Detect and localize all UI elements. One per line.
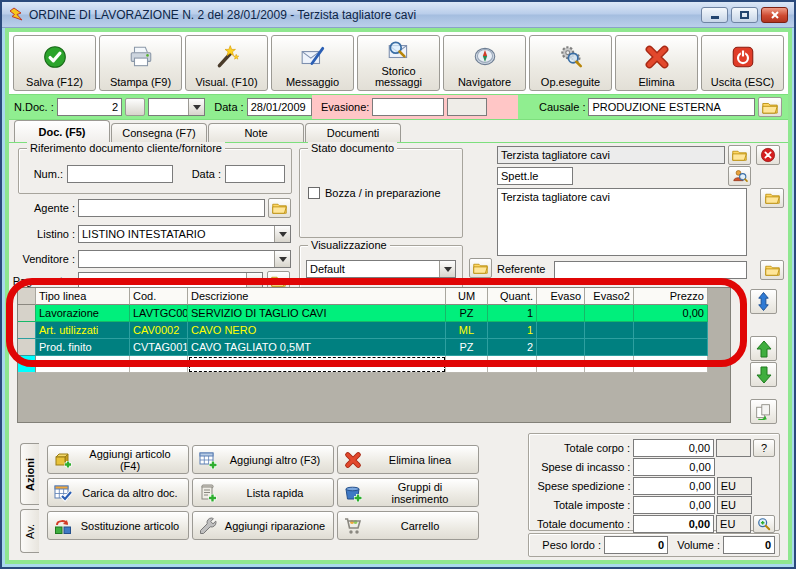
salutation-input[interactable]: Spett.le — [497, 167, 573, 185]
tab-documenti[interactable]: Documenti — [305, 123, 401, 142]
address-lookup-button[interactable] — [760, 188, 784, 208]
totals-detail-button[interactable] — [753, 515, 775, 533]
folder-icon — [473, 262, 488, 274]
refresh-lines-button[interactable] — [750, 399, 777, 424]
customer-lookup-button[interactable] — [728, 145, 751, 165]
save-check-icon — [42, 36, 68, 77]
message-history-button[interactable]: Storico messaggi — [357, 35, 440, 91]
navigator-button[interactable]: Navigatore — [443, 35, 526, 91]
spese-spedizione-label: Spese spedizione : — [533, 480, 633, 492]
add-article-button[interactable]: Aggiungi articolo (F4) — [47, 445, 189, 474]
evasione-input[interactable] — [372, 98, 444, 116]
add-repair-button[interactable]: Aggiungi riparazione — [192, 511, 334, 540]
tab-avanzate[interactable]: Av. — [20, 509, 39, 553]
evasione-secondary-field — [447, 98, 487, 116]
current-row-selector[interactable] — [18, 356, 36, 373]
row-selector[interactable] — [18, 305, 36, 322]
num-label: Num.: — [25, 165, 63, 183]
tab-consegna[interactable]: Consegna (F7) — [111, 123, 207, 142]
grid-header-prezzo[interactable]: Prezzo — [634, 288, 708, 305]
totale-corpo-label: Totale corpo : — [533, 442, 633, 454]
spese-incasso-label: Spese di incasso : — [533, 461, 633, 473]
ndoc-mini-button[interactable] — [125, 98, 145, 116]
visualizzazione-groupbox: Visualizzazione Default — [299, 245, 463, 289]
delete-button[interactable]: Elimina — [615, 35, 698, 91]
grid-header-evaso[interactable]: Evaso — [537, 288, 585, 305]
wrench-icon — [193, 516, 223, 536]
data-input[interactable]: 28/01/2009 — [247, 98, 312, 116]
grid-header-tipo-linea[interactable]: Tipo linea — [36, 288, 130, 305]
referente-lookup-button[interactable] — [760, 260, 784, 280]
ndoc-series-combo[interactable] — [148, 98, 205, 116]
row-selector[interactable] — [18, 339, 36, 356]
tab-azioni[interactable]: Azioni — [20, 443, 39, 505]
visualizzazione-combo[interactable]: Default — [306, 260, 456, 278]
grid-header-descrizione[interactable]: Descrizione — [188, 288, 446, 305]
totale-documento-currency: EU — [716, 515, 751, 533]
replace-article-button[interactable]: Sostituzione articolo — [47, 511, 189, 540]
chevron-down-icon — [188, 99, 204, 115]
close-button[interactable] — [761, 7, 788, 23]
quick-list-button[interactable]: Lista rapida — [192, 478, 334, 507]
bozza-checkbox[interactable] — [308, 187, 320, 199]
move-line-button[interactable] — [750, 289, 777, 314]
folder-icon — [271, 275, 286, 287]
contact-search-button[interactable] — [728, 166, 751, 186]
main-toolbar: Salva (F12) Stampa (F9) Visual. (F10) Me… — [9, 32, 788, 94]
totale-corpo-row: Totale corpo : 0,00 ? — [533, 439, 775, 457]
load-from-doc-button[interactable]: Carica da altro doc. — [47, 478, 189, 507]
peso-lordo-value: 0 — [604, 536, 668, 554]
spese-spedizione-currency: EU — [717, 477, 752, 495]
magic-wand-icon — [214, 36, 240, 77]
row-selector[interactable] — [18, 322, 36, 339]
causale-input[interactable]: PRODUZIONE ESTERNA — [588, 98, 755, 116]
customer-address-textarea[interactable]: Terzista tagliatore cavi — [497, 188, 747, 256]
num-input[interactable] — [67, 165, 173, 183]
rif-data-input[interactable] — [225, 165, 285, 183]
tab-note[interactable]: Note — [208, 123, 304, 142]
selected-cell[interactable] — [188, 356, 446, 373]
grid-row-empty[interactable] — [18, 356, 730, 373]
maximize-button[interactable] — [731, 7, 758, 23]
grid-row-art-utilizzati[interactable]: Art. utilizzati CAV0002 CAVO NERO ML 1 — [18, 322, 730, 339]
grid-header-quant[interactable]: Quant. — [488, 288, 537, 305]
agente-lookup-button[interactable] — [268, 198, 291, 218]
operations-button[interactable]: Op.eseguite — [529, 35, 612, 91]
insert-groups-button[interactable]: Gruppi di inserimento — [337, 478, 479, 507]
minimize-button[interactable] — [701, 7, 728, 23]
agente-input[interactable] — [78, 199, 265, 217]
preview-button[interactable]: Visual. (F10) — [185, 35, 268, 91]
tab-doc[interactable]: Doc. (F5) — [14, 120, 110, 142]
add-other-button[interactable]: Aggiungi altro (F3) — [192, 445, 334, 474]
referente-input[interactable] — [554, 261, 747, 279]
bozza-label: Bozza / in preparazione — [325, 187, 441, 199]
listino-label: Listino : — [9, 225, 75, 243]
exit-button[interactable]: Uscita (ESC) — [701, 35, 784, 91]
customer-clear-button[interactable] — [756, 145, 780, 165]
causale-lookup-button[interactable] — [758, 97, 782, 117]
stato-groupbox: Stato documento Bozza / in preparazione — [299, 148, 463, 238]
print-button[interactable]: Stampa (F9) — [99, 35, 182, 91]
cart-button[interactable]: Carrello — [337, 511, 479, 540]
visualizzazione-lookup-button[interactable] — [469, 258, 492, 278]
venditore-combo[interactable] — [78, 250, 291, 268]
listino-combo[interactable]: LISTINO INTESTATARIO — [78, 225, 291, 243]
save-button[interactable]: Salva (F12) — [13, 35, 96, 91]
help-button[interactable]: ? — [753, 439, 775, 457]
grid-header-cod[interactable]: Cod. — [130, 288, 188, 305]
rif-data-label: Data : — [177, 165, 221, 183]
totale-corpo-suffix — [716, 439, 751, 457]
message-button[interactable]: Messaggio — [271, 35, 354, 91]
grid-header-um[interactable]: UM — [446, 288, 488, 305]
move-down-button[interactable] — [750, 362, 777, 387]
grid-row-prod-finito[interactable]: Prod. finito CVTAG001 CAVO TAGLIATO 0,5M… — [18, 339, 730, 356]
spese-spedizione-value: 0,00 — [633, 477, 714, 495]
folder-icon — [272, 202, 287, 214]
grid-header-evaso2[interactable]: Evaso2 — [585, 288, 634, 305]
ndoc-input[interactable]: 2 — [57, 98, 122, 116]
grid-row-lavorazione[interactable]: Lavorazione LAVTGC001 SERVIZIO DI TAGLIO… — [18, 305, 730, 322]
move-up-button[interactable] — [750, 336, 777, 361]
folder-icon — [732, 149, 747, 161]
list-add-icon — [193, 483, 223, 503]
delete-line-button[interactable]: Elimina linea — [337, 445, 479, 474]
